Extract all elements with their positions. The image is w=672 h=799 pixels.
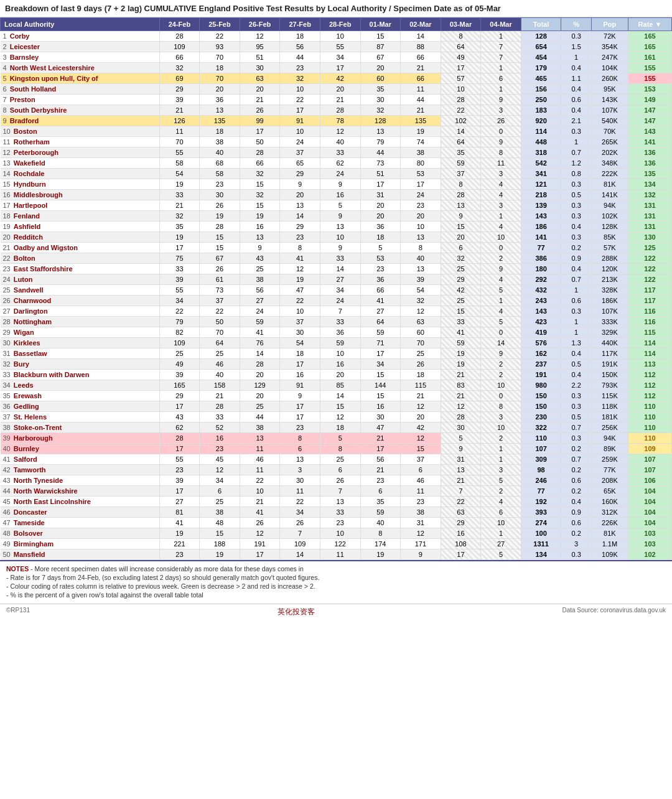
cell-d2: 58 <box>200 169 240 179</box>
cell-d5: 16 <box>320 190 360 200</box>
cell-d1: 165 <box>159 380 200 391</box>
cell-d2: 68 <box>200 158 240 169</box>
cell-d7: 80 <box>401 158 441 169</box>
cell-d7: 63 <box>401 317 441 327</box>
cell-rank: 25 <box>3 286 11 294</box>
cell-d3: 28 <box>240 147 280 158</box>
cell-d2: 34 <box>200 475 240 486</box>
col-header-27feb: 27-Feb <box>280 18 320 31</box>
cell-d3: 28 <box>240 359 280 370</box>
cell-d5: 20 <box>320 370 360 380</box>
cell-rank: 12 <box>3 149 11 156</box>
cell-rank: 41 <box>3 456 11 463</box>
cell-name: Bury <box>14 360 29 368</box>
cell-name: Harborough <box>14 434 53 442</box>
cell-pop: 81K <box>591 179 628 190</box>
cell-d6: 20 <box>360 211 401 222</box>
cell-d3: 30 <box>240 63 280 73</box>
cell-authority: 30 Kirklees <box>1 338 160 348</box>
cell-rate: 110 <box>628 412 672 423</box>
cell-d1: 109 <box>159 338 200 348</box>
cell-d7: 60 <box>401 327 441 338</box>
cell-rate: 122 <box>628 274 672 285</box>
table-row: 40 Burnley 17 23 11 6 8 17 15 9 1 107 0.… <box>1 444 672 454</box>
cell-pct: 0.7 <box>561 274 591 285</box>
cell-d1: 35 <box>159 222 200 232</box>
cell-authority: 26 Charnwood <box>1 296 160 306</box>
cell-total: 191 <box>521 370 561 380</box>
cell-d4: 29 <box>280 222 320 232</box>
cell-authority: 48 Bolsover <box>1 528 160 539</box>
cell-rate: 147 <box>628 116 672 126</box>
cell-authority: 44 North Warwickshire <box>1 486 160 497</box>
cell-total: 465 <box>521 73 561 84</box>
cell-rank: 31 <box>3 350 11 357</box>
cell-rate: 147 <box>628 105 672 116</box>
table-row: 28 Nottingham 79 50 59 37 33 64 63 33 5 … <box>1 317 672 327</box>
cell-pct: 2.1 <box>561 116 591 126</box>
cell-pct: 0.2 <box>561 243 591 253</box>
cell-total: 77 <box>521 486 561 497</box>
cell-d3: 15 <box>240 179 280 190</box>
cell-d1: 21 <box>159 200 200 211</box>
cell-d7: 37 <box>401 454 441 465</box>
cell-d4: 29 <box>280 169 320 179</box>
cell-d8: 19 <box>441 359 481 370</box>
table-row: 39 Harborough 28 16 13 8 5 21 12 5 2 110… <box>1 433 672 444</box>
cell-name: Bradford <box>10 117 39 124</box>
cell-authority: 16 Middlesbrough <box>1 190 160 200</box>
cell-d7: 21 <box>401 105 441 116</box>
table-row: 24 Luton 39 61 38 19 27 36 39 29 4 292 0… <box>1 274 672 285</box>
cell-d6: 59 <box>360 507 401 518</box>
cell-d4: 8 <box>280 433 320 444</box>
cell-total: 576 <box>521 338 561 348</box>
cell-d5: 42 <box>320 73 360 84</box>
cell-rank: 29 <box>3 329 11 336</box>
cell-d4: 41 <box>280 253 320 264</box>
cell-name: North West Leicestershire <box>10 64 95 72</box>
cell-d5: 9 <box>320 179 360 190</box>
cell-d4: 37 <box>280 317 320 327</box>
cell-pct: 0.3 <box>561 31 591 42</box>
cell-rank: 45 <box>3 498 11 505</box>
cell-d3: 19 <box>240 211 280 222</box>
cell-d4: 30 <box>280 475 320 486</box>
cell-rate: 110 <box>628 433 672 444</box>
cell-d3: 15 <box>240 200 280 211</box>
cell-d5: 16 <box>320 359 360 370</box>
cell-pop: 94K <box>591 433 628 444</box>
cell-rate: 115 <box>628 327 672 338</box>
table-row: 26 Charnwood 34 37 27 22 24 41 32 25 1 2… <box>1 296 672 306</box>
cell-d5: 5 <box>320 433 360 444</box>
cell-d8: 17 <box>441 63 481 73</box>
cell-d9: 4 <box>481 306 521 317</box>
cell-d3: 9 <box>240 243 280 253</box>
cell-rank: 49 <box>3 540 11 548</box>
cell-d3: 13 <box>240 433 280 444</box>
cell-d7: 32 <box>401 296 441 306</box>
cell-name: Wigan <box>14 329 34 336</box>
cell-d7: 19 <box>401 126 441 137</box>
cell-rate: 109 <box>628 444 672 454</box>
cell-rank: 4 <box>3 64 7 72</box>
cell-d6: 44 <box>360 147 401 158</box>
cell-authority: 32 Bury <box>1 359 160 370</box>
cell-d4: 109 <box>280 539 320 549</box>
cell-d3: 27 <box>240 296 280 306</box>
cell-d9: 2 <box>481 433 521 444</box>
cell-d2: 70 <box>200 52 240 63</box>
cell-pop: 793K <box>591 380 628 391</box>
cell-d5: 36 <box>320 327 360 338</box>
cell-pct: 0.3 <box>561 401 591 412</box>
cell-name: Leicester <box>10 43 40 50</box>
cell-d5: 24 <box>320 169 360 179</box>
cell-pop: 1.1M <box>591 539 628 549</box>
cell-pop: 65K <box>591 486 628 497</box>
cell-name: Oadby and Wigston <box>14 244 78 251</box>
cell-d2: 28 <box>200 401 240 412</box>
cell-d1: 82 <box>159 327 200 338</box>
cell-d1: 55 <box>159 454 200 465</box>
watermark: 英化投资客 <box>278 607 315 617</box>
cell-d4: 34 <box>280 507 320 518</box>
cell-d7: 6 <box>401 465 441 475</box>
